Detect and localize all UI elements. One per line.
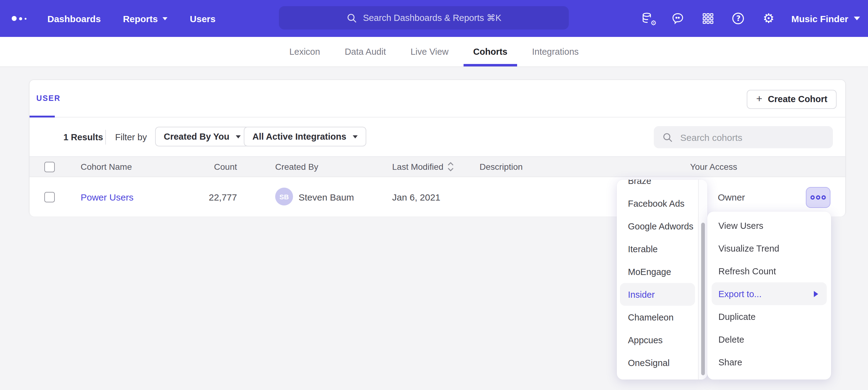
tab-cohorts[interactable]: Cohorts [473,37,507,66]
your-access-value: Owner [718,192,745,202]
your-access-cell: Owner [718,177,745,217]
header-last-modified[interactable]: Last Modified [392,157,454,176]
create-cohort-button[interactable]: + Create Cohort [747,90,837,108]
search-icon [346,12,357,23]
nav-label-reports: Reports [123,13,158,24]
question-mark-glyph: ? [731,11,746,26]
menu-item-label: OneSignal [628,358,670,367]
active-tab-underline [30,115,55,118]
submenu-scrollbar-thumb[interactable] [701,223,705,375]
menu-item-label: Visualize Trend [718,243,779,253]
tab-integrations[interactable]: Integrations [532,37,579,66]
header-label: Description [479,162,523,172]
select-all-checkbox[interactable] [44,161,55,172]
integrations-filter-dropdown[interactable]: All Active Integrations [244,127,366,147]
menu-item-refresh-count[interactable]: Refresh Count [707,260,831,282]
filter-by-label: Filter by [115,118,147,156]
submenu-arrow-icon [814,291,818,297]
header-created-by[interactable]: Created By [275,157,318,176]
menu-item-duplicate[interactable]: Duplicate [707,305,831,328]
filter-row: 1 Results Filter by Created By You All A… [30,118,845,156]
tab-label: Lexicon [289,47,320,57]
menu-item-moengage[interactable]: MoEngage [617,260,698,283]
tab-data-audit[interactable]: Data Audit [345,37,386,66]
cohort-search-placeholder: Search cohorts [680,132,742,142]
tab-label: Live View [411,47,449,57]
menu-item-insider[interactable]: Insider [620,283,695,306]
tab-label: Cohorts [473,47,507,57]
menu-item-label: Facebook Ads [628,198,685,208]
nav-label-dashboards: Dashboards [48,13,101,24]
menu-item-google-adwords[interactable]: Google Adwords [617,215,698,237]
nav-item-reports[interactable]: Reports [123,13,167,24]
nav-item-dashboards[interactable]: Dashboards [48,13,101,24]
menu-item-label: Braze [628,180,651,186]
row-context-menu: View Users Visualize Trend Refresh Count… [707,212,831,380]
menu-item-share[interactable]: Share [707,351,831,373]
global-search-input[interactable]: Search Dashboards & Reports ⌘K [279,6,569,30]
settings-icon[interactable]: ⚙ [761,11,776,26]
menu-item-export-to[interactable]: Export to... [712,282,827,305]
nav-label-users: Users [190,13,215,24]
menu-item-iterable[interactable]: Iterable [617,237,698,260]
menu-item-onesignal[interactable]: OneSignal [617,351,698,374]
tab-lexicon[interactable]: Lexicon [289,37,320,66]
count-value: 22,777 [209,192,237,202]
speech-bubble-icon [671,12,685,25]
global-search-placeholder: Search Dashboards & Reports ⌘K [363,13,501,23]
row-more-options-button[interactable] [806,187,831,207]
last-modified-value: Jan 6, 2021 [392,192,440,202]
menu-item-braze[interactable]: Braze [617,180,698,192]
cohort-search-input[interactable]: Search cohorts [654,126,833,148]
header-label: Created By [275,162,318,172]
created-by-value: Steven Baum [299,192,354,202]
tab-live-view[interactable]: Live View [411,37,449,66]
menu-item-label: Insider [628,289,655,299]
menu-item-delete[interactable]: Delete [707,328,831,351]
mixpanel-logo-icon[interactable] [12,0,27,37]
integrations-filter-label: All Active Integrations [252,132,346,141]
menu-item-chameleon[interactable]: Chameleon [617,306,698,328]
avatar: SB [275,188,293,205]
export-destinations-submenu: Braze Facebook Ads Google Adwords Iterab… [617,180,707,380]
menu-item-facebook-ads[interactable]: Facebook Ads [617,192,698,215]
avatar-initials: SB [279,193,289,200]
header-label: Your Access [690,162,737,172]
project-switcher[interactable]: Music Finder [792,13,860,24]
menu-item-view-users[interactable]: View Users [707,214,831,237]
search-icon [662,132,673,142]
cohort-type-strip: USER + Create Cohort [30,80,845,118]
created-by-filter-dropdown[interactable]: Created By You [155,127,249,147]
menu-item-label: Delete [718,334,744,344]
feedback-icon[interactable] [671,11,685,26]
row-checkbox[interactable] [44,192,55,202]
user-tab-label: USER [36,94,61,103]
help-icon[interactable]: ? [731,11,746,26]
cohorts-card: USER + Create Cohort 1 Results Filter by… [29,79,846,216]
create-cohort-label: Create Cohort [768,94,827,104]
header-your-access[interactable]: Your Access [690,157,737,176]
menu-item-label: View Users [718,221,763,230]
nav-item-users[interactable]: Users [190,13,215,24]
section-tabbar: Lexicon Data Audit Live View Cohorts Int… [0,37,868,67]
menu-item-label: Export to... [718,289,762,299]
chevron-down-icon [352,135,358,138]
tab-user-cohorts[interactable]: USER [36,80,61,117]
plus-icon: + [756,93,763,105]
created-by-filter-label: Created By You [164,132,229,141]
menu-item-label: Duplicate [718,312,756,321]
cohort-name-link[interactable]: Power Users [81,192,133,202]
export-destinations-list: Braze Facebook Ads Google Adwords Iterab… [617,180,707,374]
menu-item-appcues[interactable]: Appcues [617,328,698,351]
data-management-icon[interactable]: ⚙ [641,11,655,26]
topnav-right-cluster: ⚙ ? [641,0,860,37]
tab-label: Data Audit [345,47,386,57]
menu-item-visualize-trend[interactable]: Visualize Trend [707,237,831,260]
header-count[interactable]: Count [171,157,237,176]
header-description[interactable]: Description [479,157,523,176]
sort-icon[interactable] [448,162,454,172]
header-cohort-name[interactable]: Cohort Name [81,157,132,176]
menu-item-label: Appcues [628,335,663,345]
apps-grid-icon[interactable] [701,11,716,26]
menu-item-label: Google Adwords [628,221,693,231]
